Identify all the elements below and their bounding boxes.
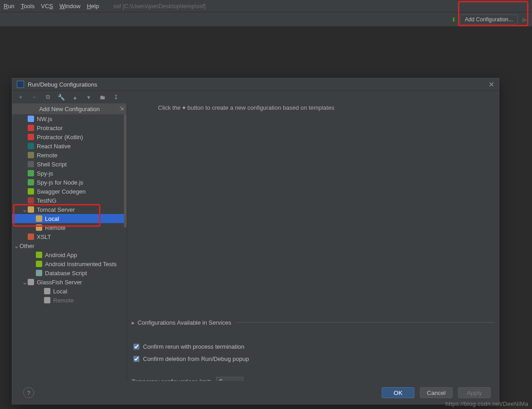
tree-item-label: Spy-js for Node.js (37, 179, 84, 186)
tree-item-label: Remote (37, 152, 58, 159)
tree-item-xslt[interactable]: XSLT (12, 232, 127, 241)
help-button[interactable]: ? (23, 387, 34, 398)
folder-icon[interactable]: 🖿 (99, 94, 106, 101)
menu-tools[interactable]: Tools (21, 3, 34, 10)
tree-item-tomcat-server[interactable]: ⌄Tomcat Server (12, 205, 127, 214)
tree-item-label: Tomcat Server (37, 206, 75, 213)
menu-help[interactable]: Help (87, 3, 99, 10)
confirm-delete-input[interactable] (133, 356, 139, 362)
dialog-toolbar: ＋ － ⧉ 🔧 ▴ ▾ 🖿 ↧ (12, 90, 499, 103)
intellij-icon (17, 81, 24, 88)
tree-item-swagger-codegen[interactable]: Swagger Codegen (12, 187, 127, 196)
ok-button[interactable]: OK (382, 387, 414, 398)
tree-item-spy-js[interactable]: Spy-js (12, 169, 127, 178)
tree-header-label: Add New Configuration (39, 106, 100, 112)
xslt-icon (28, 234, 34, 240)
tree-item-spy-js-for-node-js[interactable]: Spy-js for Node.js (12, 178, 127, 187)
gf-icon (44, 288, 50, 294)
tree-item-label: Other (20, 243, 34, 249)
tree-item-label: Remote (45, 224, 66, 231)
tree-item-shell-script[interactable]: Shell Script (12, 160, 127, 169)
dialog-body: Add New Configuration ⇲ NW.jsProtractorP… (12, 103, 499, 381)
remove-icon[interactable]: － (30, 93, 38, 101)
up-icon[interactable]: ▴ (71, 94, 79, 101)
tree-item-label: TestNG (37, 197, 56, 204)
calendar-icon (28, 152, 34, 158)
tree-item-label: Local (53, 288, 67, 295)
confirm-delete-checkbox[interactable]: Confirm deletion from Run/Debug popup (132, 355, 494, 363)
confirm-rerun-checkbox[interactable]: Confirm rerun with process termination (132, 342, 494, 351)
cancel-button[interactable]: Cancel (420, 387, 453, 398)
tree-item-react-native[interactable]: React Native (12, 141, 127, 151)
menu-vcs[interactable]: VCS (41, 3, 53, 10)
services-section[interactable]: ▸ Configurations Available in Services (132, 319, 494, 326)
gf-icon (28, 279, 34, 285)
tomcat-icon (36, 215, 42, 222)
copy-icon[interactable]: ⧉ (44, 93, 51, 101)
tree-item-protractor[interactable]: Protractor (12, 123, 127, 132)
run-icon[interactable]: ▶ (522, 16, 527, 23)
tree-header: Add New Configuration ⇲ (12, 103, 127, 114)
watermark: https://blog.csdn.net/DeeNiMa (445, 400, 528, 407)
confirm-rerun-input[interactable] (133, 344, 139, 350)
add-icon[interactable]: ＋ (17, 93, 24, 101)
tree-item-label: Protractor (37, 125, 63, 131)
red-icon (28, 125, 34, 131)
tree-item-android-app[interactable]: Android App (12, 250, 127, 259)
project-path: ssf [C:\Users\joe\Desktop\temp\ssf] (113, 3, 206, 10)
tree-scrollbar[interactable] (124, 114, 127, 228)
config-tree[interactable]: NW.jsProtractorProtractor (Kotlin)React … (12, 114, 127, 381)
tree-item-testng[interactable]: TestNG (12, 196, 127, 205)
run-debug-config-dialog: Run/Debug Configurations ✕ ＋ － ⧉ 🔧 ▴ ▾ 🖿… (12, 78, 499, 404)
tree-item-remote[interactable]: Remote (12, 296, 127, 305)
tree-item-local[interactable]: Local (12, 214, 127, 223)
tree-item-label: Swagger Codegen (37, 188, 86, 195)
expand-icon[interactable]: ⇲ (119, 105, 124, 112)
play-icon (28, 161, 34, 167)
config-detail-panel: Click the + button to create a new confi… (127, 103, 499, 381)
tree-item-protractor-kotlin-[interactable]: Protractor (Kotlin) (12, 132, 127, 141)
add-configuration-button[interactable]: Add Configuration... (460, 15, 518, 24)
tree-item-remote[interactable]: Remote (12, 223, 127, 232)
tree-item-local[interactable]: Local (12, 287, 127, 296)
tree-item-remote[interactable]: Remote (12, 151, 127, 160)
menu-run[interactable]: Run (4, 3, 15, 10)
bug-icon (28, 179, 34, 185)
download-icon[interactable]: ⬇ (451, 16, 456, 23)
tree-item-other[interactable]: ⌄Other (12, 241, 127, 250)
menu-window[interactable]: Window (59, 3, 80, 10)
wrench-icon[interactable]: 🔧 (58, 94, 65, 101)
confirm-rerun-label: Confirm rerun with process termination (143, 343, 244, 350)
confirm-delete-label: Confirm deletion from Run/Debug popup (143, 355, 249, 362)
temp-limit-input[interactable] (216, 377, 243, 381)
tree-item-label: React Native (37, 143, 70, 150)
tree-item-label: XSLT (37, 234, 51, 240)
tree-item-nw-js[interactable]: NW.js (12, 114, 127, 123)
apply-button[interactable]: Apply (458, 387, 491, 398)
temp-limit-label: Temporary configurations limit: (132, 378, 212, 381)
menubar: Run Tools VCS Window Help ssf [C:\Users\… (0, 0, 532, 12)
tree-item-glassfish-server[interactable]: ⌄GlassFish Server (12, 278, 127, 287)
android-icon (36, 261, 42, 267)
db-icon (36, 270, 42, 276)
temp-limit-row: Temporary configurations limit: (132, 377, 494, 381)
dialog-footer: ? OK Cancel Apply (12, 381, 499, 404)
tree-item-label: Remote (53, 297, 74, 304)
tree-item-label: Database Script (45, 270, 87, 277)
close-icon[interactable]: ✕ (488, 80, 494, 89)
tree-item-android-instrumented-tests[interactable]: Android Instrumented Tests (12, 259, 127, 268)
config-tree-panel: Add New Configuration ⇲ NW.jsProtractorP… (12, 103, 127, 381)
sort-icon[interactable]: ↧ (112, 94, 119, 101)
tomcat-icon (28, 206, 34, 213)
tree-item-database-script[interactable]: Database Script (12, 268, 127, 278)
empty-hint: Click the + button to create a new confi… (158, 104, 334, 111)
caret-right-icon: ▸ (132, 319, 135, 326)
down-icon[interactable]: ▾ (85, 94, 92, 101)
dialog-title: Run/Debug Configurations (28, 81, 97, 88)
tree-item-label: GlassFish Server (37, 279, 82, 286)
ng-icon (28, 197, 34, 204)
tree-item-label: Local (45, 215, 59, 222)
tree-item-label: Spy-js (37, 170, 53, 177)
chevron-down-icon: ⌄ (13, 243, 20, 249)
plus-icon: + (182, 104, 186, 111)
